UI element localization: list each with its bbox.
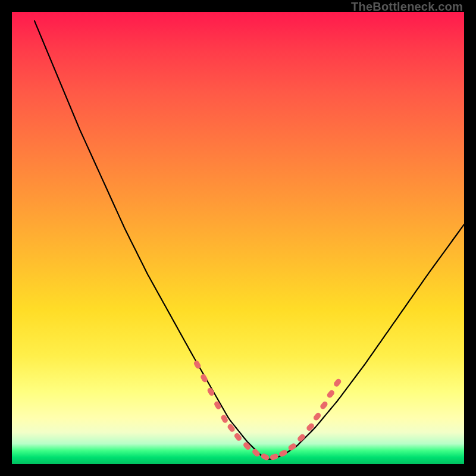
bottleneck-curve bbox=[35, 21, 464, 459]
marker-group bbox=[193, 359, 342, 461]
curve-marker bbox=[227, 423, 236, 433]
curve-marker bbox=[242, 441, 252, 450]
curve-marker bbox=[213, 400, 222, 411]
watermark-text: TheBottleneck.com bbox=[351, 0, 463, 14]
curve-marker bbox=[319, 400, 328, 411]
curve-marker bbox=[251, 448, 261, 458]
curve-marker bbox=[287, 442, 298, 451]
plot-area bbox=[12, 12, 464, 464]
curve-svg bbox=[12, 12, 464, 464]
curve-marker bbox=[333, 378, 342, 388]
curve-marker bbox=[312, 412, 322, 422]
curve-marker bbox=[326, 389, 336, 399]
chart-frame bbox=[11, 11, 465, 465]
curve-marker bbox=[260, 453, 270, 461]
curve-marker bbox=[296, 433, 306, 443]
curve-marker bbox=[206, 387, 215, 397]
curve-marker bbox=[305, 422, 315, 432]
